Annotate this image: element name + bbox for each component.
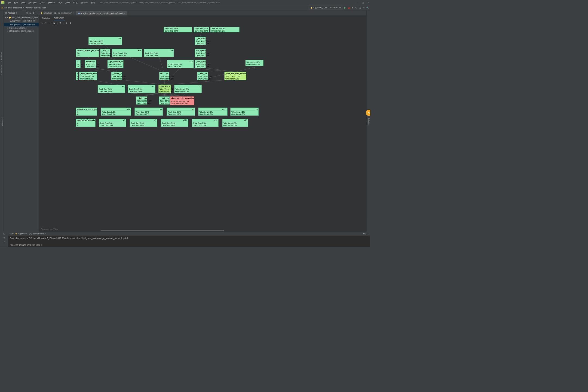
menu-help[interactable]: Help <box>90 1 97 4</box>
call-graph-node[interactable]: ×2Total: 0ms 0.0%Own: 0ms 0.0% <box>167 108 195 116</box>
structure-tab[interactable]: 7: Structure <box>1 65 3 75</box>
call-graph-node[interactable]: ×14Total: 0ms 0.0%Own: 0ms 0.0% <box>88 37 122 45</box>
gear-icon[interactable]: ⚙ <box>32 11 34 14</box>
maximize-icon[interactable]: ◻ <box>362 1 364 4</box>
call-graph-node[interactable]: ×1Total: 0ms 0.0%Own: 0ms 0.0% <box>174 85 202 93</box>
call-graph-node[interactable]: _find_and_load×6Total: 79ms 17.0%Own: 0m… <box>158 85 171 93</box>
share-icon[interactable]: ⤴ <box>60 22 61 24</box>
stop-icon[interactable]: ■ <box>4 237 5 239</box>
call-graph-node[interactable]: ×12Total: 0ms 0.0%Own: 0ms 0.0% <box>192 119 219 127</box>
left-gutter[interactable]: 1: Project <box>0 10 4 231</box>
call-graph-node[interactable]: cb×7Total: 0ms 0.0%Own: 0ms 0.0% <box>159 72 169 80</box>
menu-vcs[interactable]: VCS <box>72 1 79 4</box>
call-graph-node[interactable]: ×29Total: 0ms 0.0%Own: 0ms 0.0% <box>144 49 174 57</box>
call-graph-node[interactable]: ×6%% <box>76 72 78 80</box>
subtab-call-graph[interactable]: Call Graph <box>54 16 65 20</box>
fit-icon[interactable]: ▣ <box>53 22 55 24</box>
close-tab-icon[interactable]: × <box>73 12 74 14</box>
call-graph-node[interactable]: __enter__×6Total: 0ms 0.0%Own: 0ms 0.0% <box>111 72 122 80</box>
menu-code[interactable]: Code <box>38 1 46 4</box>
favorites-tab[interactable]: 2: Favorites <box>1 52 3 62</box>
project-tree[interactable]: ▸▸ 📁test_Intel_realsense_c_trans◆c2pytho… <box>4 16 39 33</box>
close-tab-icon[interactable]: × <box>45 232 46 235</box>
hide-icon[interactable]: — <box>367 232 369 235</box>
call-graph-node[interactable]: __init__.py×1Total: 55ms 11.8%Own: 0ms 0… <box>159 96 170 105</box>
call-graph-node[interactable]: _get_module_lock×7Total: 0ms 0.0%Own: 0m… <box>108 60 124 68</box>
menu-refactor[interactable]: Refactor <box>46 1 57 4</box>
close-icon[interactable]: ✕ <box>367 1 369 4</box>
menu-edit[interactable]: Edit <box>13 1 19 4</box>
call-graph-node[interactable]: __init__×6Total: 0ms 0.0%Own: 0ms 0.0% <box>197 72 208 80</box>
menu-window[interactable]: Window <box>79 1 89 4</box>
gear-icon[interactable]: ⚙ <box>363 232 365 235</box>
stop-button[interactable]: ■ <box>363 7 365 9</box>
sciview-tab[interactable]: SciView <box>368 12 370 231</box>
tree-item[interactable]: ◆c2python_（1）rs-hello-r <box>4 19 39 23</box>
export-icon[interactable]: ⤓ <box>66 22 67 24</box>
run-button[interactable]: ▶ <box>344 7 346 9</box>
tree-item[interactable]: ▸⫴External Libraries <box>4 26 39 29</box>
profile-button[interactable]: ⏱ <box>355 7 358 9</box>
print-icon[interactable]: 🖶 <box>69 22 72 24</box>
call-graph-node[interactable]: _find_and_load_unlocked×5Total: 79ms 17.… <box>224 72 246 80</box>
project-title[interactable]: Project <box>8 11 15 14</box>
editor-tab[interactable]: ◆c2python_（9）rs-multicam.py× <box>39 10 76 15</box>
minimize-icon[interactable]: — <box>357 1 359 4</box>
menu-run[interactable]: Run <box>57 1 64 4</box>
close-run-icon[interactable]: ✕ <box>3 240 5 243</box>
call-graph-node[interactable]: _find_spec×5Total: 5ms 1.1%Own: 0ms 0.0% <box>195 60 206 68</box>
call-graph-node[interactable]: ×13Total: 0ms 0.0%Own: 0ms 0.0% <box>167 60 194 68</box>
call-graph-node[interactable]: ×6Total: 0ms 0.0%Own: 0ms 0.0% <box>134 108 163 116</box>
call-graph-node[interactable]: Total: 0ms 0.0%Own: 0ms 0.0% <box>164 27 192 32</box>
coverage-button[interactable]: ▶ <box>351 7 354 9</box>
call-graph-node[interactable]: __init__×7Total: 0ms 0.0%Own: 0ms 0.0% <box>100 49 110 57</box>
tree-item[interactable]: ▸▸ 📁test_Intel_realsense_c_trans <box>4 16 39 19</box>
zoom-in-icon[interactable]: ⊕ <box>41 22 42 24</box>
tree-item[interactable]: ◆c2python_（9）rs-multic <box>4 23 39 26</box>
call-graph-node[interactable]: ×5Total: 0ms 0.0%Own: 0ms 0.0% <box>99 119 126 127</box>
call-graph-node[interactable]: hethod _thread.get_ident>×140%0% <box>76 49 99 57</box>
expand-icon[interactable]: ⇲ <box>29 11 31 14</box>
horizontal-scrollbar[interactable] <box>39 230 366 231</box>
call-graph-node[interactable]: _get_spec×5Total: 4ms 0.9%Own: 0ms 0.0% <box>195 37 206 45</box>
call-graph-node[interactable]: Total: 4ms 0.9%Own: 0ms 0.0% <box>194 27 209 32</box>
call-graph-node[interactable]: ×227Total: 0ms 0.0%Own: 0ms 0.0% <box>198 108 227 116</box>
call-graph-node[interactable]: ×1Total: 0ms 0.0%Own: 0ms 0.0% <box>128 85 155 93</box>
call-graph-node[interactable]: c2python_（9）rs-multicam.py×1Total: 465ms… <box>170 96 194 105</box>
subtab-statistics[interactable]: Statistics <box>41 16 50 20</box>
attach-button[interactable]: ⇶ <box>359 7 361 9</box>
menu-file[interactable]: File <box>7 1 13 4</box>
target-icon[interactable]: ⊕ <box>26 11 28 14</box>
project-tool-tab[interactable]: 1: Project <box>1 117 4 126</box>
rerun-icon[interactable]: ↻ <box>3 233 5 235</box>
run-config-selector[interactable]: ◆ c2python_（9）rs-multicam ▾ <box>309 6 342 10</box>
call-graph-node[interactable]: ×7s 0.0%s 0.0% <box>76 60 81 68</box>
editor-tab[interactable]: ◆test_Intel_realsense_c_transfer_python2… <box>76 11 127 15</box>
call-graph-node[interactable]: acquire×7Total: 0ms 0.0%Own: 0ms 0.0% <box>85 60 96 68</box>
menu-tools[interactable]: Tools <box>64 1 72 4</box>
zoom-out-icon[interactable]: ⊖ <box>45 22 46 24</box>
call-graph-node[interactable]: find_spec×5Total: 4ms 0.9%Own: 0ms 0.0% <box>195 49 206 57</box>
call-graph-node[interactable]: ×29Total: 0ms 0.0%Own: 0ms 0.0% <box>112 49 142 57</box>
hide-icon[interactable]: — <box>36 11 38 14</box>
call-graph-node[interactable]: ×1Total: 0ms 0.0%Own: 0ms 0.0% <box>98 85 125 93</box>
call-graph-node[interactable]: ×12Total: 0ms 0.0%Own: 0ms 0.0% <box>101 108 131 116</box>
call-graph-node[interactable]: ×5Total: 0ms 0.0%Own: 0ms 0.0% <box>130 119 157 127</box>
console-output[interactable]: Snapshot saved to C:\Users\Huawei/.PyCha… <box>8 236 370 247</box>
help-bubble[interactable]: 79 <box>366 110 370 116</box>
debug-button[interactable]: 🐞 <box>348 7 350 9</box>
call-graph-node[interactable]: ×116Total: 0ms 0.0%Own: 0ms 0.0% <box>161 119 188 127</box>
call-graph-node[interactable]: tartswith' of 'str' objects>×5%% <box>76 108 97 116</box>
zoom-actual-icon[interactable]: 1:1 <box>48 22 51 24</box>
call-graph-node[interactable]: Total: 0ms 0.0%Own: 0ms 0.0% <box>210 27 240 32</box>
menu-navigate[interactable]: Navigate <box>27 1 38 4</box>
chevron-down-icon[interactable]: ▾ <box>16 11 17 14</box>
call-graph-node[interactable]: __init__.py×1Total: 19ms 4.1%Own: 0ms 0.… <box>136 96 147 105</box>
close-tab-icon[interactable]: × <box>124 12 125 14</box>
call-graph-node[interactable]: Total: 0ms 0.0%Own: 0ms 0.0% <box>246 60 264 66</box>
search-icon[interactable]: 🔍 <box>366 7 369 9</box>
call-graph-node[interactable]: _lock_unlock_module×1Total: 0ms 0.0%Own:… <box>79 72 97 80</box>
call-graph-node[interactable]: ×16Total: 0ms 0.0%Own: 0ms 0.0% <box>222 119 248 127</box>
menu-view[interactable]: View <box>20 1 27 4</box>
tree-item[interactable]: ▸⊞Scratches and Consoles <box>4 29 39 32</box>
